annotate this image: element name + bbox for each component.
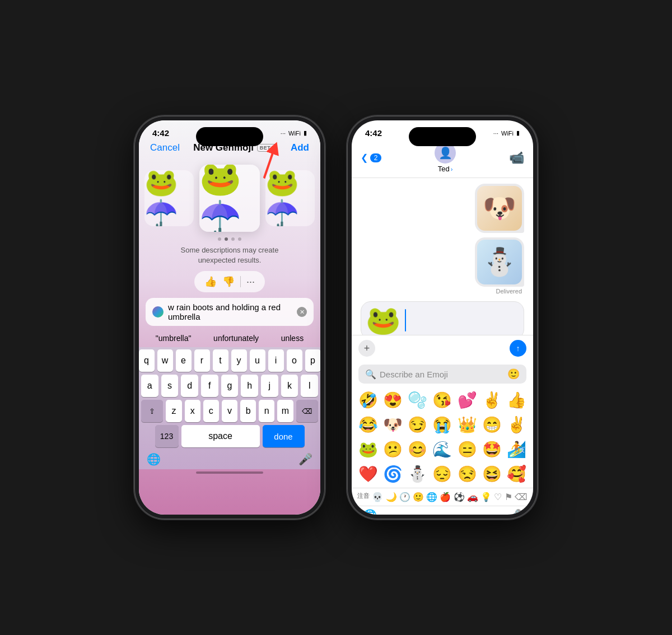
space-key[interactable]: space	[181, 425, 260, 447]
emoji-cell-1-6[interactable]: ✌️	[480, 388, 503, 412]
key-d[interactable]: d	[181, 375, 198, 397]
contact-info[interactable]: 👤 Ted ›	[435, 142, 456, 173]
cat-ball-icon[interactable]: ⚽	[454, 492, 465, 502]
emoji-cell-1-5[interactable]: 💕	[455, 388, 479, 412]
key-l[interactable]: l	[301, 375, 318, 397]
emoji-cell-1-1[interactable]: 🤣	[356, 388, 380, 412]
key-i[interactable]: i	[268, 349, 284, 372]
key-k[interactable]: k	[281, 375, 298, 397]
key-g[interactable]: g	[221, 375, 239, 397]
thumbs-down-button[interactable]: 👎	[222, 276, 235, 288]
emoji-cell-4-2[interactable]: 🌀	[381, 462, 404, 485]
add-attachment-button[interactable]: +	[358, 340, 375, 357]
autocomplete-3[interactable]: unless	[281, 334, 304, 343]
key-j[interactable]: j	[261, 375, 278, 397]
key-n[interactable]: n	[259, 400, 274, 422]
key-q[interactable]: q	[139, 349, 155, 372]
compose-preview[interactable]: 🐸	[361, 301, 524, 335]
emoji-cell-3-7[interactable]: 🏄	[505, 437, 529, 461]
key-v[interactable]: v	[222, 400, 237, 422]
more-button[interactable]: ···	[246, 276, 255, 288]
genmoji-input-bar[interactable]: w rain boots and holding a red umbrella …	[146, 298, 314, 326]
add-button[interactable]: Add	[291, 142, 309, 153]
done-key[interactable]: done	[263, 425, 305, 447]
back-button[interactable]: ❮ 2	[361, 152, 381, 163]
cat-moon-icon[interactable]: 🌙	[386, 492, 397, 502]
emoji-thumb-center[interactable]: 🐸☂️	[199, 165, 260, 232]
emoji-cell-1-2[interactable]: 😍	[381, 388, 404, 412]
emoji-cell-2-6[interactable]: 😁	[480, 413, 503, 436]
key-t[interactable]: t	[213, 349, 228, 372]
cat-apple-icon[interactable]: 🍎	[440, 492, 451, 502]
key-w[interactable]: w	[157, 349, 173, 372]
key-m[interactable]: m	[277, 400, 293, 422]
emoji-cell-1-7[interactable]: 👍	[505, 388, 529, 412]
emoji-cell-2-3[interactable]: 😏	[406, 413, 430, 436]
key-e[interactable]: e	[176, 349, 192, 372]
emoji-cell-2-5[interactable]: 👑	[455, 413, 479, 436]
cat-bulb-icon[interactable]: 💡	[480, 492, 492, 502]
emoji-cell-2-4[interactable]: 😭	[431, 413, 454, 436]
emoji-cell-3-3[interactable]: 😊	[406, 437, 430, 461]
emoji-cell-3-6[interactable]: 🤩	[480, 437, 503, 461]
video-call-button[interactable]: 📹	[509, 151, 524, 165]
globe-icon[interactable]: 🌐	[147, 452, 161, 466]
emoji-cell-1-4[interactable]: 😘	[431, 388, 454, 412]
clear-input-button[interactable]: ✕	[297, 307, 307, 317]
dot-2[interactable]	[225, 237, 228, 241]
key-a[interactable]: a	[141, 375, 158, 397]
key-c[interactable]: c	[203, 400, 219, 422]
key-x[interactable]: x	[185, 400, 200, 422]
emoji-face-icon[interactable]: 🙂	[507, 368, 520, 380]
key-f[interactable]: f	[201, 375, 218, 397]
numbers-key[interactable]: 123	[155, 425, 179, 447]
thumbs-up-button[interactable]: 👍	[204, 276, 217, 288]
cat-heart-icon[interactable]: ♡	[494, 492, 502, 502]
emoji-cell-4-1[interactable]: ❤️	[356, 462, 380, 485]
emoji-cell-2-7[interactable]: ✌️	[505, 413, 529, 436]
mic-icon-2[interactable]: 🎤	[508, 508, 522, 515]
autocomplete-1[interactable]: "umbrella"	[156, 334, 192, 343]
mic-icon[interactable]: 🎤	[298, 452, 312, 466]
cat-flag-icon[interactable]: ⚑	[505, 492, 512, 502]
emoji-cell-2-2[interactable]: 🐶	[381, 413, 404, 436]
cat-smile-icon[interactable]: 🙂	[413, 492, 424, 502]
emoji-cell-3-2[interactable]: 😕	[381, 437, 404, 461]
backspace-key[interactable]: ⌫	[296, 400, 318, 422]
emoji-cell-4-4[interactable]: 😔	[431, 462, 454, 485]
emoji-search-bar[interactable]: 🔍 Describe an Emoji 🙂	[358, 365, 526, 384]
cancel-button[interactable]: Cancel	[150, 142, 180, 153]
emoji-cell-4-5[interactable]: 😒	[455, 462, 479, 485]
emoji-cell-3-1[interactable]: 🐸	[356, 437, 380, 461]
emoji-search-placeholder[interactable]: Describe an Emoji	[380, 370, 504, 379]
cat-globe-icon[interactable]: 🌐	[426, 492, 437, 502]
key-y[interactable]: y	[231, 349, 247, 372]
key-r[interactable]: r	[194, 349, 210, 372]
cat-car-icon[interactable]: 🚗	[467, 492, 478, 502]
cat-zhuyin[interactable]: 注音	[357, 492, 370, 502]
emoji-cell-3-5[interactable]: 😑	[455, 437, 479, 461]
key-b[interactable]: b	[240, 400, 256, 422]
genmoji-input-text[interactable]: w rain boots and holding a red umbrella	[168, 302, 292, 321]
cat-skull-icon[interactable]: 💀	[372, 492, 383, 502]
send-button[interactable]: ↑	[510, 340, 526, 357]
globe-icon-2[interactable]: 🌐	[363, 508, 377, 515]
emoji-cell-4-6[interactable]: 😆	[480, 462, 503, 485]
dot-1[interactable]	[218, 237, 221, 241]
key-p[interactable]: p	[305, 349, 321, 372]
key-o[interactable]: o	[287, 349, 302, 372]
key-z[interactable]: z	[166, 400, 181, 422]
dot-3[interactable]	[231, 237, 235, 241]
emoji-thumb-left[interactable]: 🐸☂️	[144, 170, 194, 226]
cat-backspace-icon[interactable]: ⌫	[515, 492, 528, 502]
key-u[interactable]: u	[250, 349, 265, 372]
shift-key[interactable]: ⇧	[141, 400, 163, 422]
key-s[interactable]: s	[161, 375, 179, 397]
emoji-cell-4-7[interactable]: 🥰	[505, 462, 529, 485]
emoji-cell-3-4[interactable]: 🌊	[431, 437, 454, 461]
emoji-cell-2-1[interactable]: 😂	[356, 413, 380, 436]
key-h[interactable]: h	[241, 375, 258, 397]
emoji-cell-4-3[interactable]: ⛄	[406, 462, 430, 485]
dot-4[interactable]	[238, 237, 241, 241]
cat-clock-icon[interactable]: 🕐	[399, 492, 410, 502]
